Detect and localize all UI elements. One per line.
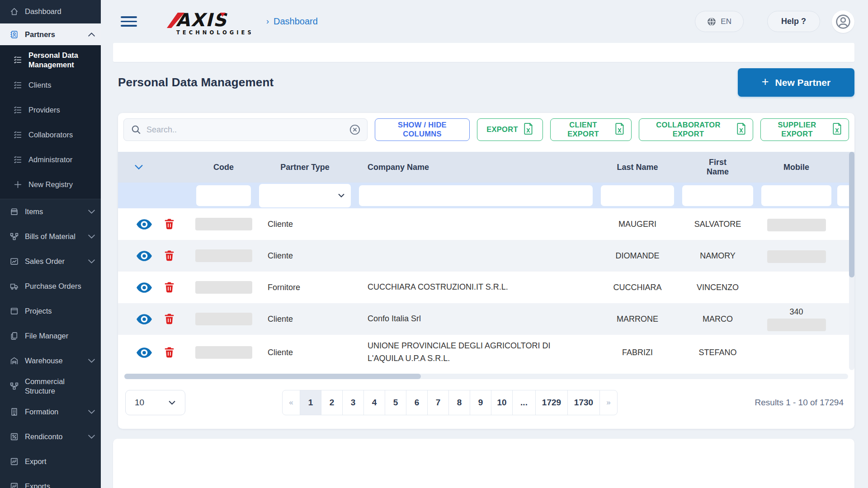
sidebar-item-dashboard[interactable]: Dashboard: [0, 0, 101, 23]
sidebar-item-providers[interactable]: Providers: [0, 98, 101, 122]
page-button-4[interactable]: 4: [363, 390, 385, 415]
sidebar-item-label: Dashboard: [25, 7, 95, 16]
redacted-mobile: [767, 219, 826, 231]
sidebar-item-sales-order[interactable]: Sales Order: [0, 249, 101, 274]
delete-button[interactable]: [165, 250, 174, 261]
view-button[interactable]: [137, 347, 152, 358]
page-button-1[interactable]: 1: [300, 390, 321, 415]
page-button-6[interactable]: 6: [406, 390, 428, 415]
sidebar-item-file-manager[interactable]: File Manager: [0, 324, 101, 348]
filter-last-name-input[interactable]: [601, 185, 674, 206]
delete-button[interactable]: [165, 282, 174, 293]
breadcrumb[interactable]: › Dashboard: [266, 16, 318, 27]
sidebar-item-bills-of-material[interactable]: Bills of Material: [0, 224, 101, 249]
sidebar-item-clients[interactable]: Clients: [0, 73, 101, 98]
view-button[interactable]: [137, 314, 152, 324]
sidebar-item-formation[interactable]: Formation: [0, 399, 101, 424]
page-button-1730[interactable]: 1730: [567, 390, 600, 415]
breadcrumb-chevron-icon: ›: [266, 17, 269, 26]
page-button-9[interactable]: 9: [470, 390, 491, 415]
page-button-5[interactable]: 5: [385, 390, 406, 415]
sidebar-item-commercial-structure[interactable]: Commercial Structure: [0, 373, 101, 399]
axis-logo: AXIS TECHNOLOGIES: [162, 7, 251, 36]
filter-company-name-input[interactable]: [359, 185, 593, 206]
truck-icon: [10, 282, 19, 291]
sidebar-item-label: Items: [25, 207, 82, 216]
view-button[interactable]: [137, 219, 152, 230]
sidebar-item-items[interactable]: Items: [0, 199, 101, 224]
address-book-icon: [10, 30, 19, 39]
page-button-2[interactable]: 2: [321, 390, 343, 415]
sidebar-item-exports[interactable]: Exports: [0, 474, 101, 488]
collaborator-export-button[interactable]: COLLABORATOR EXPORT: [639, 118, 753, 141]
pager-first-button[interactable]: «: [282, 390, 300, 415]
table-vertical-scrollbar[interactable]: [849, 152, 854, 370]
page-button-8[interactable]: 8: [448, 390, 470, 415]
column-header-partner-type: Partner Type: [255, 163, 355, 172]
new-partner-button[interactable]: + New Partner: [738, 68, 854, 97]
page-button-1729[interactable]: 1729: [535, 390, 568, 415]
filter-hidden-column-input[interactable]: [837, 185, 849, 206]
sidebar-item-rendiconto[interactable]: Rendiconto: [0, 424, 101, 449]
chevron-down-icon: [88, 209, 95, 214]
partner-type-cell: Cliente: [255, 251, 355, 261]
partner-type-cell: Cliente: [255, 314, 355, 324]
export-button[interactable]: EXPORT: [477, 118, 543, 141]
sidebar-item-partners[interactable]: Partners: [0, 23, 101, 45]
page-size-select[interactable]: 10: [125, 390, 185, 415]
company-name-cell: [355, 253, 597, 258]
view-button[interactable]: [137, 251, 152, 261]
filter-code-input[interactable]: [196, 185, 251, 206]
sidebar-item-administrator[interactable]: Administrator: [0, 147, 101, 172]
language-selector[interactable]: EN: [695, 11, 744, 32]
sidebar-item-warehouse[interactable]: Warehouse: [0, 348, 101, 373]
sidebar-item-purchase-orders[interactable]: Purchase Orders: [0, 274, 101, 299]
language-label: EN: [721, 17, 731, 26]
table-row: Cliente DIOMANDE NAMORY: [118, 240, 854, 272]
search-input[interactable]: [146, 125, 344, 135]
vertical-scrollbar-thumb[interactable]: [849, 152, 854, 277]
page-button-3[interactable]: 3: [342, 390, 364, 415]
plus-icon: +: [762, 75, 769, 89]
building-icon: [10, 408, 19, 416]
sidebar-item-label: Projects: [25, 306, 95, 316]
last-name-cell: MARRONE: [597, 314, 678, 324]
sidebar-item-export[interactable]: Export: [0, 449, 101, 474]
redacted-code: [195, 281, 252, 294]
select-all-dropdown[interactable]: [118, 164, 192, 170]
page-button-10[interactable]: 10: [491, 390, 513, 415]
supplier-export-button[interactable]: SUPPLIER EXPORT: [760, 118, 849, 141]
page-button-7[interactable]: 7: [427, 390, 449, 415]
menu-toggle-icon[interactable]: [121, 14, 137, 29]
plus-icon: [14, 180, 23, 189]
filter-first-name-input[interactable]: [682, 185, 753, 206]
delete-button[interactable]: [165, 314, 174, 324]
delete-button[interactable]: [165, 347, 174, 358]
chevron-down-icon: [88, 234, 95, 239]
excel-file-icon: [736, 123, 746, 137]
sidebar-item-new-registry[interactable]: New Registry: [0, 172, 101, 197]
sidebar-item-label: Clients: [28, 80, 95, 90]
redacted-code: [195, 346, 252, 359]
sidebar-item-personal-data-management[interactable]: Personal Data Management: [0, 47, 101, 73]
delete-button[interactable]: [165, 219, 174, 230]
list-check-icon: [14, 81, 23, 89]
partner-type-cell: Cliente: [255, 348, 355, 357]
help-button[interactable]: Help ?: [767, 11, 820, 32]
horizontal-scrollbar-thumb[interactable]: [124, 374, 421, 379]
client-export-button[interactable]: CLIENT EXPORT: [550, 118, 632, 141]
first-name-cell: VINCENZO: [678, 283, 757, 292]
sidebar-item-projects[interactable]: Projects: [0, 299, 101, 324]
list-check-icon: [14, 106, 23, 114]
sidebar-item-label: Commercial Structure: [25, 377, 95, 395]
sidebar-item-collaborators[interactable]: Collaborators: [0, 122, 101, 147]
pager-last-button[interactable]: »: [599, 390, 618, 415]
clear-search-icon[interactable]: [349, 124, 361, 136]
table-horizontal-scrollbar[interactable]: [124, 374, 848, 379]
view-button[interactable]: [137, 282, 152, 293]
show-hide-columns-button[interactable]: SHOW / HIDE COLUMNS: [375, 118, 470, 141]
filter-mobile-input[interactable]: [761, 185, 831, 206]
filter-partner-type-select[interactable]: [259, 184, 351, 207]
user-avatar[interactable]: [832, 10, 854, 33]
pager: «12345678910...17291730»: [283, 390, 618, 415]
